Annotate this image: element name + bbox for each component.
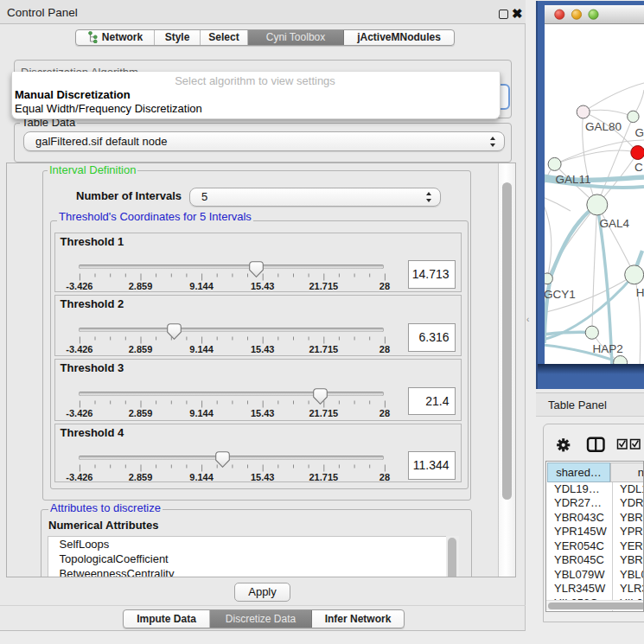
- svg-text:C: C: [634, 161, 643, 174]
- svg-text:GA: GA: [635, 126, 644, 139]
- svg-text:HAP2: HAP2: [592, 342, 622, 355]
- svg-text:GAL80: GAL80: [585, 120, 622, 133]
- svg-text:H: H: [636, 286, 644, 299]
- svg-text:GAL4: GAL4: [600, 217, 630, 230]
- svg-text:GAL11: GAL11: [556, 173, 591, 186]
- svg-text:GCY1: GCY1: [545, 288, 576, 301]
